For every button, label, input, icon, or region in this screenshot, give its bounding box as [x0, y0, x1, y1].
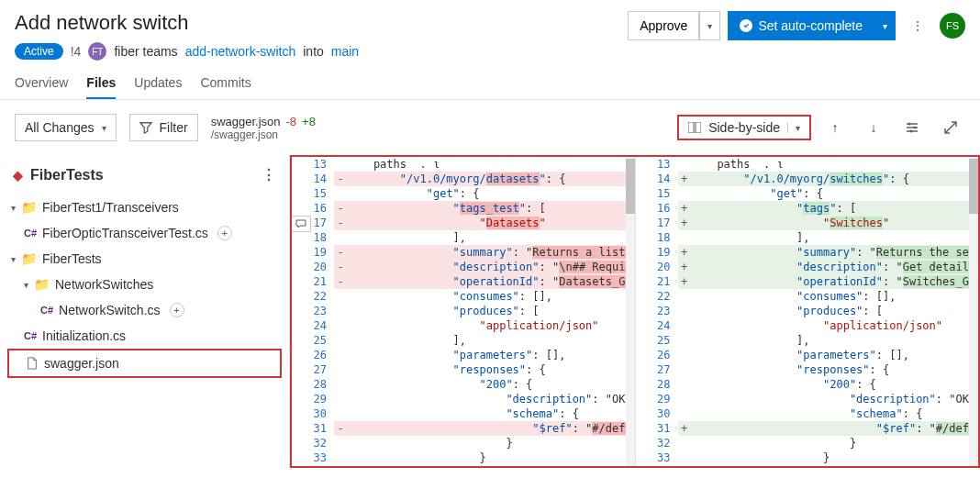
diff-left-pane[interactable]: 13 paths . ι14- "/v1.0/myorg/datasets": … — [292, 157, 635, 466]
code-line[interactable]: 31- "$ref": "#/definit — [292, 421, 635, 436]
tree-file[interactable]: C# NetworkSwitch.cs + — [7, 297, 282, 323]
pr-meta: Active !4 FT fiber teams add-network-swi… — [15, 42, 359, 61]
filter-button[interactable]: Filter — [129, 114, 198, 141]
approve-button[interactable]: Approve — [628, 11, 699, 40]
prev-diff-button[interactable]: ↑ — [820, 113, 850, 142]
arrow-down-icon: ↓ — [871, 120, 877, 135]
folder-icon: 📁 — [21, 200, 37, 215]
code-line[interactable]: 18 ], — [636, 230, 979, 245]
code-line[interactable]: 27 "responses": { — [636, 362, 979, 377]
more-actions-button[interactable]: ⋮ — [903, 11, 932, 40]
chevron-down-icon: ▾ — [707, 21, 712, 31]
add-comment-button[interactable] — [291, 216, 311, 232]
code-line[interactable]: 20+ "description": "Get detailed s — [636, 260, 979, 274]
code-line[interactable]: 33 } — [636, 450, 979, 465]
tree-root-header[interactable]: ◆ FiberTests ⋮ — [7, 161, 282, 189]
tab-overview[interactable]: Overview — [15, 68, 68, 99]
all-changes-dropdown[interactable]: All Changes▾ — [15, 114, 117, 141]
code-line[interactable]: 26 "parameters": [], — [636, 348, 979, 362]
code-line[interactable]: 17+ "Switches" — [636, 216, 979, 230]
code-line[interactable]: 14- "/v1.0/myorg/datasets": { — [292, 172, 635, 186]
chevron-down-icon: ▾ — [787, 123, 800, 133]
code-line[interactable]: 15 "get": { — [292, 186, 635, 201]
code-line[interactable]: 22 "consumes": [], — [636, 289, 979, 304]
code-line[interactable]: 28 "200": { — [636, 377, 979, 392]
svg-rect-1 — [696, 122, 701, 133]
set-auto-dropdown[interactable]: ▾ — [874, 11, 896, 40]
tab-commits[interactable]: Commits — [200, 68, 251, 99]
code-line[interactable]: 14+ "/v1.0/myorg/switches": { — [636, 172, 979, 186]
expand-icon — [944, 121, 957, 134]
code-line[interactable]: 29 "description": "OK", — [636, 392, 979, 406]
code-line[interactable]: 26 "parameters": [], — [292, 348, 635, 362]
target-branch-link[interactable]: main — [331, 44, 359, 59]
code-line[interactable]: 31+ "$ref": "#/definit — [636, 421, 979, 436]
tree-folder[interactable]: ▾ 📁 NetworkSwitches — [7, 272, 282, 297]
tree-folder[interactable]: ▾ 📁 FiberTest1/Transceivers — [7, 194, 282, 220]
pr-tabs: Overview Files Updates Commits — [0, 61, 980, 100]
sliders-icon — [905, 120, 919, 135]
view-mode-dropdown[interactable]: Side-by-side ▾ — [677, 115, 811, 140]
tab-files[interactable]: Files — [86, 68, 116, 99]
add-comment-icon[interactable]: + — [217, 226, 232, 240]
filter-icon — [139, 121, 152, 134]
code-line[interactable]: 32 } — [292, 436, 635, 450]
code-line[interactable]: 30 "schema": { — [636, 406, 979, 421]
code-line[interactable]: 22 "consumes": [], — [292, 289, 635, 304]
code-line[interactable]: 19+ "summary": "Returns the select — [636, 245, 979, 260]
tab-updates[interactable]: Updates — [134, 68, 182, 99]
fullscreen-button[interactable] — [936, 113, 965, 142]
source-branch-link[interactable]: add-network-switch — [185, 44, 296, 59]
code-line[interactable]: 29 "description": "OK", — [292, 392, 635, 406]
side-by-side-icon — [688, 122, 701, 133]
svg-point-2 — [908, 123, 911, 126]
code-line[interactable]: 23 "produces": [ — [292, 304, 635, 318]
scrollbar[interactable] — [969, 157, 978, 466]
code-line[interactable]: 13 paths . ι — [292, 157, 635, 172]
code-line[interactable]: 23 "produces": [ — [636, 304, 979, 318]
svg-point-4 — [910, 130, 913, 133]
scrollbar[interactable] — [626, 157, 635, 466]
code-line[interactable]: 25 ], — [636, 333, 979, 348]
auto-complete-icon — [740, 19, 752, 32]
settings-button[interactable] — [897, 113, 927, 142]
code-line[interactable]: 28 "200": { — [292, 377, 635, 392]
code-line[interactable]: 21+ "operationId": "Switches_GetSw — [636, 274, 979, 289]
diff-right-pane[interactable]: 13 paths . ι14+ "/v1.0/myorg/switches": … — [635, 157, 979, 466]
team-avatar: FT — [88, 42, 106, 61]
code-line[interactable]: 24 "application/json" — [292, 318, 635, 333]
code-line[interactable]: 19- "summary": "Returns a list of — [292, 245, 635, 260]
code-line[interactable]: 25 ], — [292, 333, 635, 348]
code-line[interactable]: 24 "application/json" — [636, 318, 979, 333]
svg-point-3 — [914, 127, 917, 129]
code-line[interactable]: 30 "schema": { — [292, 406, 635, 421]
code-line[interactable]: 27 "responses": { — [292, 362, 635, 377]
more-vert-icon[interactable]: ⋮ — [262, 166, 276, 183]
into-label: into — [303, 44, 324, 59]
code-line[interactable]: 17- "Datasets" — [292, 216, 635, 230]
chevron-down-icon: ▾ — [102, 123, 106, 133]
next-diff-button[interactable]: ↓ — [859, 113, 888, 142]
code-line[interactable]: 21- "operationId": "Datasets_GetD — [292, 274, 635, 289]
file-info: swagger.json -8 +8 /swagger.json — [211, 115, 316, 141]
code-line[interactable]: 16- "tags_test": [ — [292, 201, 635, 216]
code-line[interactable]: 18 ], — [292, 230, 635, 245]
files-toolbar: All Changes▾ Filter swagger.json -8 +8 /… — [0, 100, 980, 155]
tree-folder[interactable]: ▾ 📁 FiberTests — [7, 246, 282, 272]
code-line[interactable]: 13 paths . ι — [636, 157, 979, 172]
code-line[interactable]: 20- "description": "\n## Required — [292, 260, 635, 274]
chevron-down-icon: ▾ — [883, 21, 887, 31]
code-line[interactable]: 32 } — [636, 436, 979, 450]
add-comment-icon[interactable]: + — [170, 303, 184, 317]
tree-file[interactable]: C# FiberOpticTransceiverTest.cs + — [7, 220, 282, 246]
set-auto-complete-button[interactable]: Set auto-complete — [728, 11, 874, 40]
tree-file[interactable]: C# Initialization.cs — [7, 323, 282, 349]
user-avatar[interactable]: FS — [940, 13, 965, 39]
code-line[interactable]: 16+ "tags": [ — [636, 201, 979, 216]
code-line[interactable]: 15 "get": { — [636, 186, 979, 201]
approve-dropdown[interactable]: ▾ — [699, 11, 720, 40]
tree-file-selected[interactable]: swagger.json — [7, 349, 282, 378]
file-icon — [26, 357, 39, 370]
code-line[interactable]: 33 } — [292, 450, 635, 465]
file-path: /swagger.json — [211, 128, 316, 141]
